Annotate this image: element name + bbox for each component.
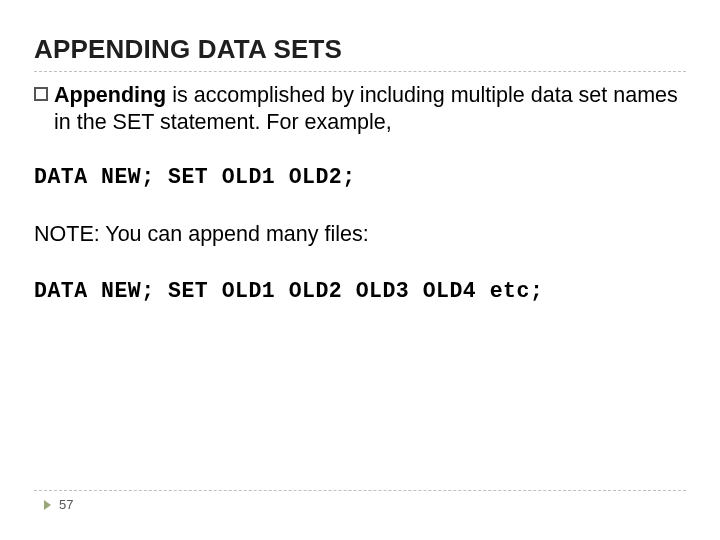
page-number-row: 57: [34, 497, 686, 512]
note-line: NOTE: You can append many files:: [34, 221, 686, 248]
bullet-text: Appending is accomplished by including m…: [54, 82, 686, 136]
square-bullet-icon: [34, 87, 48, 101]
slide-footer: 57: [34, 490, 686, 512]
code-example-1: DATA NEW; SET OLD1 OLD2;: [34, 164, 686, 191]
bullet-item: Appending is accomplished by including m…: [34, 82, 686, 136]
arrow-right-icon: [44, 500, 51, 510]
slide-body: Appending is accomplished by including m…: [34, 82, 686, 304]
title-divider: [34, 71, 686, 72]
code-example-2: DATA NEW; SET OLD1 OLD2 OLD3 OLD4 etc;: [34, 278, 686, 305]
slide: APPENDING DATA SETS Appending is accompl…: [0, 0, 720, 540]
footer-divider: [34, 490, 686, 491]
bullet-lead: Appending: [54, 83, 166, 107]
page-number: 57: [59, 497, 73, 512]
slide-title: APPENDING DATA SETS: [34, 34, 686, 65]
